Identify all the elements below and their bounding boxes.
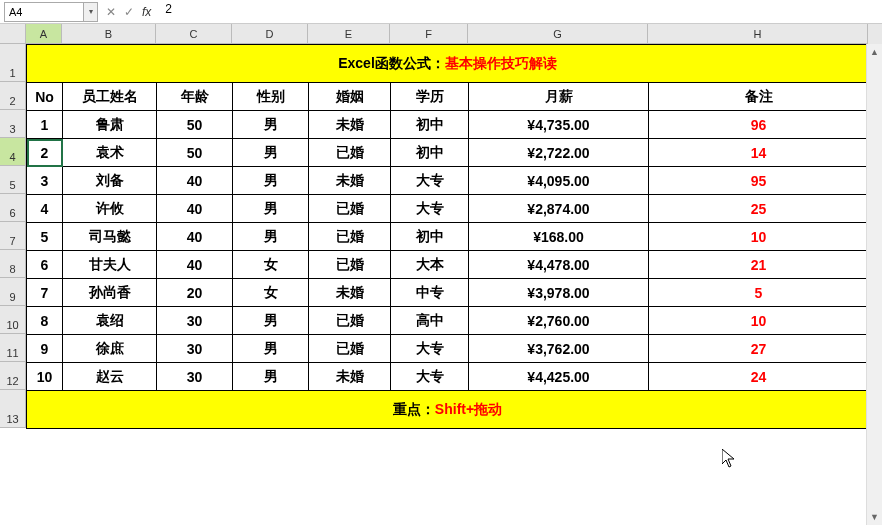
cell-r5-c1[interactable]: 刘备 <box>63 167 157 195</box>
column-header-e[interactable]: E <box>308 24 390 44</box>
cell-r3-c0[interactable]: 1 <box>27 111 63 139</box>
column-header-b[interactable]: B <box>62 24 156 44</box>
cell-r8-c3[interactable]: 女 <box>233 251 309 279</box>
row-header-1[interactable]: 1 <box>0 44 26 82</box>
cell-r8-c7[interactable]: 21 <box>649 251 869 279</box>
column-header-d[interactable]: D <box>232 24 308 44</box>
formula-input[interactable]: 2 <box>159 2 882 22</box>
cell-r10-c7[interactable]: 10 <box>649 307 869 335</box>
cell-r7-c5[interactable]: 初中 <box>391 223 469 251</box>
header-7[interactable]: 备注 <box>649 83 869 111</box>
cell-r11-c5[interactable]: 大专 <box>391 335 469 363</box>
cell-r6-c7[interactable]: 25 <box>649 195 869 223</box>
scroll-down-icon[interactable]: ▼ <box>867 509 882 525</box>
cell-r6-c3[interactable]: 男 <box>233 195 309 223</box>
cell-r3-c5[interactable]: 初中 <box>391 111 469 139</box>
row-header-2[interactable]: 2 <box>0 82 26 110</box>
cell-r8-c2[interactable]: 40 <box>157 251 233 279</box>
row-header-6[interactable]: 6 <box>0 194 26 222</box>
cell-r7-c2[interactable]: 40 <box>157 223 233 251</box>
name-box-dropdown[interactable]: ▾ <box>84 2 98 22</box>
cell-r7-c1[interactable]: 司马懿 <box>63 223 157 251</box>
header-6[interactable]: 月薪 <box>469 83 649 111</box>
title-cell[interactable]: Excel函数公式：基本操作技巧解读 <box>27 45 869 83</box>
row-header-5[interactable]: 5 <box>0 166 26 194</box>
cell-r4-c3[interactable]: 男 <box>233 139 309 167</box>
row-header-3[interactable]: 3 <box>0 110 26 138</box>
cell-r10-c4[interactable]: 已婚 <box>309 307 391 335</box>
cell-r5-c6[interactable]: ¥4,095.00 <box>469 167 649 195</box>
cell-r5-c3[interactable]: 男 <box>233 167 309 195</box>
header-3[interactable]: 性别 <box>233 83 309 111</box>
cell-r3-c1[interactable]: 鲁肃 <box>63 111 157 139</box>
cell-r11-c6[interactable]: ¥3,762.00 <box>469 335 649 363</box>
column-header-f[interactable]: F <box>390 24 468 44</box>
vertical-scrollbar[interactable]: ▲ ▼ <box>866 44 882 525</box>
row-header-8[interactable]: 8 <box>0 250 26 278</box>
cell-r12-c7[interactable]: 24 <box>649 363 869 391</box>
cell-r6-c0[interactable]: 4 <box>27 195 63 223</box>
cell-r6-c6[interactable]: ¥2,874.00 <box>469 195 649 223</box>
cell-r12-c3[interactable]: 男 <box>233 363 309 391</box>
header-1[interactable]: 员工姓名 <box>63 83 157 111</box>
cell-r7-c7[interactable]: 10 <box>649 223 869 251</box>
cell-r7-c4[interactable]: 已婚 <box>309 223 391 251</box>
cell-r4-c7[interactable]: 14 <box>649 139 869 167</box>
cell-r10-c3[interactable]: 男 <box>233 307 309 335</box>
cell-r10-c6[interactable]: ¥2,760.00 <box>469 307 649 335</box>
row-header-12[interactable]: 12 <box>0 362 26 390</box>
cell-r6-c5[interactable]: 大专 <box>391 195 469 223</box>
cell-r5-c4[interactable]: 未婚 <box>309 167 391 195</box>
cell-r12-c5[interactable]: 大专 <box>391 363 469 391</box>
row-header-7[interactable]: 7 <box>0 222 26 250</box>
confirm-icon[interactable]: ✓ <box>124 5 134 19</box>
cell-r4-c1[interactable]: 袁术 <box>63 139 157 167</box>
column-header-a[interactable]: A <box>26 24 62 44</box>
row-header-13[interactable]: 13 <box>0 390 26 428</box>
cell-r8-c0[interactable]: 6 <box>27 251 63 279</box>
cell-r5-c2[interactable]: 40 <box>157 167 233 195</box>
cell-r5-c0[interactable]: 3 <box>27 167 63 195</box>
cell-r9-c2[interactable]: 20 <box>157 279 233 307</box>
cell-r9-c6[interactable]: ¥3,978.00 <box>469 279 649 307</box>
cell-r4-c6[interactable]: ¥2,722.00 <box>469 139 649 167</box>
cell-r11-c3[interactable]: 男 <box>233 335 309 363</box>
cell-r3-c2[interactable]: 50 <box>157 111 233 139</box>
cell-r10-c1[interactable]: 袁绍 <box>63 307 157 335</box>
cell-r4-c2[interactable]: 50 <box>157 139 233 167</box>
cell-r11-c1[interactable]: 徐庶 <box>63 335 157 363</box>
cell-r9-c1[interactable]: 孙尚香 <box>63 279 157 307</box>
column-header-g[interactable]: G <box>468 24 648 44</box>
cell-r11-c7[interactable]: 27 <box>649 335 869 363</box>
cell-r9-c0[interactable]: 7 <box>27 279 63 307</box>
row-header-11[interactable]: 11 <box>0 334 26 362</box>
cell-r7-c6[interactable]: ¥168.00 <box>469 223 649 251</box>
header-4[interactable]: 婚姻 <box>309 83 391 111</box>
cell-r8-c4[interactable]: 已婚 <box>309 251 391 279</box>
header-5[interactable]: 学历 <box>391 83 469 111</box>
scroll-up-icon[interactable]: ▲ <box>867 44 882 60</box>
cell-r9-c3[interactable]: 女 <box>233 279 309 307</box>
cell-r6-c1[interactable]: 许攸 <box>63 195 157 223</box>
row-header-10[interactable]: 10 <box>0 306 26 334</box>
cell-r8-c5[interactable]: 大本 <box>391 251 469 279</box>
cell-r4-c5[interactable]: 初中 <box>391 139 469 167</box>
cell-r7-c3[interactable]: 男 <box>233 223 309 251</box>
cell-r4-c4[interactable]: 已婚 <box>309 139 391 167</box>
cell-r12-c0[interactable]: 10 <box>27 363 63 391</box>
select-all-corner[interactable] <box>0 24 26 44</box>
row-header-9[interactable]: 9 <box>0 278 26 306</box>
cell-r9-c5[interactable]: 中专 <box>391 279 469 307</box>
cell-r9-c7[interactable]: 5 <box>649 279 869 307</box>
cell-r10-c0[interactable]: 8 <box>27 307 63 335</box>
cell-r10-c5[interactable]: 高中 <box>391 307 469 335</box>
cell-r6-c2[interactable]: 40 <box>157 195 233 223</box>
cell-r11-c0[interactable]: 9 <box>27 335 63 363</box>
column-header-h[interactable]: H <box>648 24 868 44</box>
cell-r5-c5[interactable]: 大专 <box>391 167 469 195</box>
cell-r12-c2[interactable]: 30 <box>157 363 233 391</box>
footer-cell[interactable]: 重点：Shift+拖动 <box>27 391 869 429</box>
cell-r10-c2[interactable]: 30 <box>157 307 233 335</box>
cell-r11-c4[interactable]: 已婚 <box>309 335 391 363</box>
name-box[interactable]: A4 <box>4 2 84 22</box>
